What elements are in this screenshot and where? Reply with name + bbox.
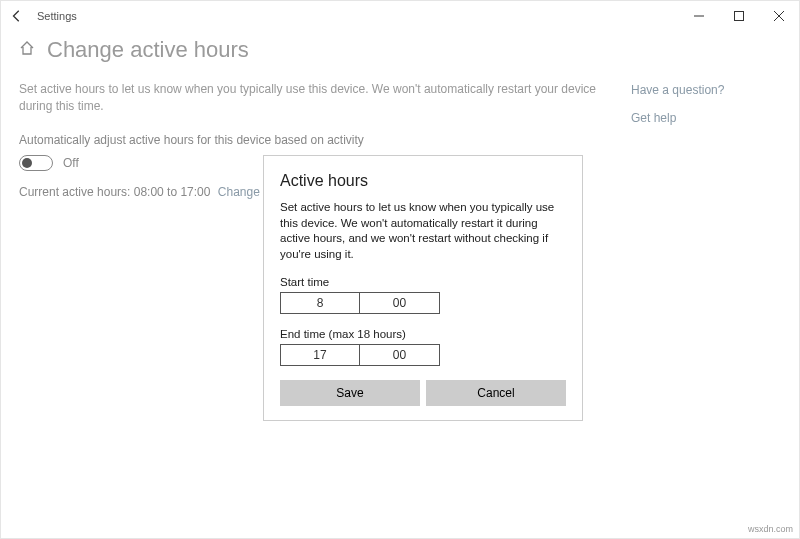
page-header: Change active hours xyxy=(1,31,799,73)
app-title: Settings xyxy=(37,10,77,22)
toggle-state-label: Off xyxy=(63,156,79,170)
end-time-picker: 17 00 xyxy=(280,344,566,366)
maximize-icon xyxy=(734,11,744,21)
start-hour-field[interactable]: 8 xyxy=(280,292,360,314)
change-link[interactable]: Change xyxy=(218,185,260,199)
auto-adjust-toggle[interactable] xyxy=(19,155,53,171)
arrow-left-icon xyxy=(10,9,24,23)
toggle-knob xyxy=(22,158,32,168)
svg-rect-0 xyxy=(735,12,744,21)
close-icon xyxy=(774,11,784,21)
dialog-title: Active hours xyxy=(280,172,566,190)
maximize-button[interactable] xyxy=(719,1,759,31)
home-icon[interactable] xyxy=(19,40,35,60)
page-description: Set active hours to let us know when you… xyxy=(19,81,601,115)
end-hour-field[interactable]: 17 xyxy=(280,344,360,366)
watermark: wsxdn.com xyxy=(748,524,793,534)
page-title: Change active hours xyxy=(47,37,249,63)
minimize-button[interactable] xyxy=(679,1,719,31)
active-hours-dialog: Active hours Set active hours to let us … xyxy=(263,155,583,421)
titlebar-left: Settings xyxy=(9,8,77,24)
start-time-picker: 8 00 xyxy=(280,292,566,314)
start-minute-field[interactable]: 00 xyxy=(360,292,440,314)
back-button[interactable] xyxy=(9,8,25,24)
current-hours-value: 08:00 to 17:00 xyxy=(134,185,211,199)
titlebar: Settings xyxy=(1,1,799,31)
have-a-question-link[interactable]: Have a question? xyxy=(631,83,781,97)
minimize-icon xyxy=(694,11,704,21)
end-time-label: End time (max 18 hours) xyxy=(280,328,566,340)
get-help-link[interactable]: Get help xyxy=(631,111,781,125)
auto-adjust-label: Automatically adjust active hours for th… xyxy=(19,133,601,147)
window-controls xyxy=(679,1,799,31)
end-minute-field[interactable]: 00 xyxy=(360,344,440,366)
cancel-button[interactable]: Cancel xyxy=(426,380,566,406)
close-button[interactable] xyxy=(759,1,799,31)
sidebar: Have a question? Get help xyxy=(631,81,781,199)
save-button[interactable]: Save xyxy=(280,380,420,406)
start-time-label: Start time xyxy=(280,276,566,288)
dialog-description: Set active hours to let us know when you… xyxy=(280,200,566,262)
current-hours-prefix: Current active hours: xyxy=(19,185,134,199)
dialog-button-row: Save Cancel xyxy=(280,380,566,406)
